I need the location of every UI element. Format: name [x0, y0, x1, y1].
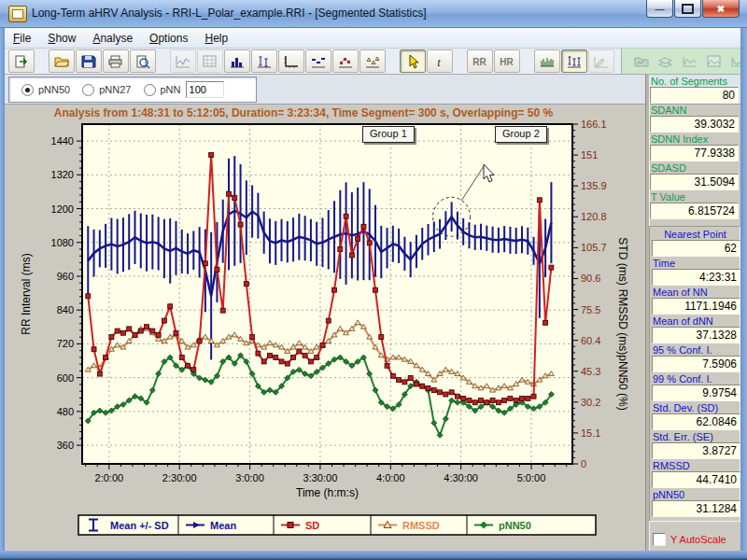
segmented-statistics-chart[interactable]: 3604806007208409601080120013201440015.13…: [5, 105, 645, 551]
tachogram-button[interactable]: [534, 49, 560, 73]
svg-text:RR Interval (ms): RR Interval (ms): [20, 253, 33, 334]
close-button[interactable]: ✖: [702, 0, 740, 18]
segment-plot-icon: [310, 54, 327, 69]
stat-label: SDNN Index: [651, 133, 740, 145]
radio-circle[interactable]: [82, 84, 94, 96]
text-tool-button[interactable]: t: [427, 49, 453, 73]
svg-text:360: 360: [57, 440, 74, 451]
stat-value-std-dev-sd-: 62.0846: [652, 413, 740, 430]
svg-text:90.6: 90.6: [581, 273, 600, 284]
app-icon: [8, 6, 27, 22]
svg-text:840: 840: [57, 304, 74, 315]
radio-pnn50[interactable]: pNN50: [21, 84, 70, 96]
stat-label: 99 % Conf. I.: [653, 373, 740, 385]
stat-label: SDANN: [651, 105, 740, 116]
scatter-plot-button[interactable]: [332, 49, 359, 73]
menu-bar: FileShowAnalyseOptionsHelp: [5, 28, 742, 49]
preview-button[interactable]: [130, 49, 156, 73]
grid-plot-button: [197, 49, 223, 73]
toolbar: tRRHR: [5, 49, 742, 75]
radio-label[interactable]: pNN27: [99, 84, 131, 95]
exit-icon: [13, 54, 30, 69]
axes-icon: [283, 54, 300, 69]
svg-text:pNN50 (%): pNN50 (%): [616, 355, 629, 410]
rr-button[interactable]: RR: [467, 49, 493, 73]
svg-text:960: 960: [57, 271, 74, 282]
scatter-plot-icon: [337, 54, 354, 69]
svg-text:75.5: 75.5: [581, 304, 600, 315]
svg-text:15.1: 15.1: [581, 427, 600, 439]
svg-text:4:0:00: 4:0:00: [376, 472, 405, 483]
svg-text:HR: HR: [500, 57, 514, 67]
menu-help[interactable]: Help: [196, 30, 236, 47]
segmented-statistics-button[interactable]: [561, 49, 587, 73]
stat-label: Nearest Point: [651, 229, 740, 240]
print-button[interactable]: [103, 49, 129, 73]
svg-text:4:30:00: 4:30:00: [444, 472, 478, 483]
y-autoscale-label[interactable]: Y AutoScale: [670, 534, 726, 545]
edit-plot-button: [588, 49, 614, 73]
radio-circle[interactable]: [21, 84, 34, 96]
radio-pnn[interactable]: pNN: [144, 84, 181, 96]
hr-icon: HR: [499, 54, 515, 69]
svg-text:Mean: Mean: [210, 520, 236, 531]
svg-text:RMSSD (ms): RMSSD (ms): [616, 289, 629, 356]
pnn-value-input[interactable]: [186, 81, 224, 98]
nearest-point-section: Nearest Point62Time4:23:31Mean of NN1171…: [649, 226, 740, 522]
exit-button[interactable]: [8, 49, 35, 73]
svg-text:2:30:00: 2:30:00: [162, 472, 197, 483]
stat-label: Std. Dev. (SD): [653, 402, 740, 413]
svg-text:135.9: 135.9: [581, 180, 607, 191]
window-border-left: [0, 28, 5, 560]
svg-text:30.2: 30.2: [581, 397, 600, 408]
stat-label: SDASD: [651, 162, 740, 174]
layers-button: [654, 51, 678, 72]
window-border-right: [740, 28, 747, 560]
wave1-button: [678, 51, 702, 72]
title-bar: Long-Term aHRV Analysis - RRI-L_Polar_ex…: [0, 0, 747, 28]
y-autoscale-checkbox[interactable]: [653, 533, 666, 546]
svg-text:RR: RR: [472, 57, 486, 67]
svg-text:Mean +/- SD: Mean +/- SD: [110, 520, 169, 531]
menu-options[interactable]: Options: [141, 30, 196, 47]
radio-circle[interactable]: [144, 84, 156, 96]
save-button[interactable]: [76, 49, 102, 73]
stat-label: No. of Segments: [651, 76, 740, 87]
menu-analyse[interactable]: Analyse: [84, 30, 141, 47]
stat-label: Mean of dNN: [653, 315, 740, 327]
axes-button[interactable]: [278, 49, 304, 73]
stat-value-pnn50: 31.1284: [652, 500, 740, 517]
segment-plot-button[interactable]: [305, 49, 331, 73]
stat-label: pNN50: [653, 489, 740, 500]
radio-label[interactable]: pNN: [161, 84, 181, 95]
svg-text:STD (ms): STD (ms): [616, 237, 629, 285]
stat-label: Mean of NN: [653, 287, 740, 298]
triangle-plot-button[interactable]: [359, 49, 386, 73]
open-button[interactable]: [49, 49, 75, 73]
pointer-icon: [404, 54, 421, 69]
hr-button[interactable]: HR: [494, 49, 520, 73]
stat-value-mean-of-nn: 1171.1946: [652, 298, 740, 315]
minimize-button[interactable]: —: [646, 0, 673, 18]
segmented-statistics-icon: [566, 54, 583, 69]
stat-label: Std. Err. (SE): [653, 431, 740, 442]
maximize-button[interactable]: [674, 0, 701, 18]
svg-text:120.8: 120.8: [581, 211, 607, 222]
errorbar-plot-button[interactable]: [251, 49, 277, 73]
stat-value-no-of-segments: 80: [650, 87, 739, 104]
histogram-plot-button[interactable]: [224, 49, 250, 73]
svg-text:pNN50: pNN50: [499, 520, 531, 531]
svg-text:151: 151: [581, 149, 598, 161]
stat-value-t-value: 6.815724: [650, 203, 739, 219]
radio-label[interactable]: pNN50: [38, 84, 70, 95]
stat-value-rmssd: 44.7410: [652, 471, 740, 488]
svg-text:1320: 1320: [51, 169, 74, 180]
menu-show[interactable]: Show: [39, 30, 84, 47]
radio-pnn27[interactable]: pNN27: [82, 84, 131, 96]
menu-file[interactable]: File: [5, 30, 39, 47]
svg-text:1200: 1200: [51, 203, 74, 215]
histogram-plot-icon: [229, 54, 246, 69]
stat-label: 95 % Conf. I.: [653, 344, 740, 356]
pointer-button[interactable]: [400, 49, 426, 73]
svg-text:45.3: 45.3: [581, 366, 600, 377]
